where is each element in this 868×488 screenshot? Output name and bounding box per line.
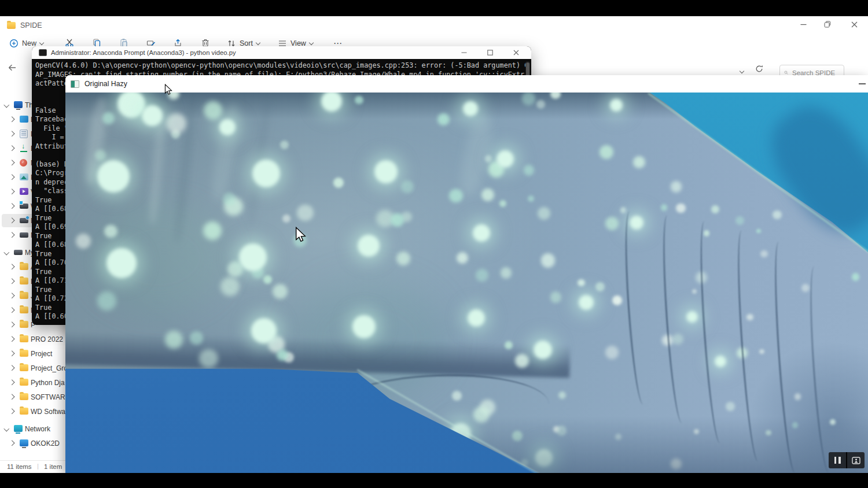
address-dropdown-chevron-icon[interactable] [740, 69, 744, 73]
folder-icon [20, 278, 28, 284]
sidebar-item-label: PRO 2022 [31, 335, 63, 343]
folder-icon [7, 22, 16, 29]
folder-icon [20, 292, 28, 299]
terminal-maximize-button[interactable] [481, 46, 499, 59]
image-window-icon [71, 80, 79, 88]
chevron-right-icon[interactable] [9, 409, 14, 414]
mouse-cursor [295, 227, 306, 243]
chevron-down-icon [309, 40, 314, 45]
chevron-right-icon[interactable] [9, 264, 14, 269]
pictures-icon [20, 173, 28, 180]
chevron-down-icon [256, 40, 260, 45]
refresh-icon [755, 64, 764, 73]
video-overlay-controls [829, 452, 865, 468]
chevron-right-icon[interactable] [9, 117, 14, 122]
desktop-icon [20, 116, 28, 123]
folder-icon [20, 350, 28, 357]
item-count: 11 items [7, 463, 32, 470]
console-icon [39, 49, 47, 56]
screen: SPIDE New [0, 0, 868, 488]
status-divider: | [37, 463, 39, 469]
chevron-right-icon[interactable] [9, 175, 14, 180]
terminal-close-button[interactable] [507, 46, 525, 59]
sidebar-item-label: WD Softwa [31, 408, 65, 416]
folder-icon [20, 408, 28, 415]
back-arrow-icon [7, 63, 17, 72]
terminal-minimize-button[interactable] [455, 46, 473, 59]
chevron-right-icon[interactable] [9, 204, 14, 209]
sidebar-item-label: SOFTWARE [31, 393, 70, 401]
pc-icon [20, 439, 28, 446]
chevron-right-icon[interactable] [9, 441, 14, 446]
chevron-right-icon[interactable] [9, 293, 14, 298]
plus-circle-icon [9, 39, 19, 48]
folder-icon [20, 263, 28, 270]
chevron-down-icon[interactable] [4, 426, 9, 431]
sidebar-item-label: Network [25, 425, 50, 433]
chevron-right-icon[interactable] [9, 160, 14, 165]
explorer-tab-spide[interactable]: SPIDE [7, 19, 42, 32]
mouse-cursor [164, 84, 172, 95]
sidebar-item-label: Project [31, 350, 52, 358]
sidebar-item-label: Python Dja [31, 379, 65, 387]
chevron-right-icon[interactable] [9, 308, 14, 313]
refresh-button[interactable] [755, 64, 764, 73]
folder-icon [20, 321, 28, 328]
chevron-right-icon[interactable] [9, 279, 14, 284]
documents-icon [20, 130, 28, 138]
disk-usb-icon [20, 218, 28, 223]
folder-icon [20, 364, 28, 371]
chevron-down-icon[interactable] [4, 102, 9, 108]
close-button[interactable] [846, 17, 862, 31]
chevron-right-icon[interactable] [9, 394, 14, 400]
folder-icon [20, 335, 28, 342]
chevron-right-icon[interactable] [9, 322, 14, 327]
disk-os-icon [20, 204, 28, 209]
chevron-right-icon[interactable] [9, 365, 14, 371]
folder-icon [20, 306, 28, 313]
whale-shark-video-frame [65, 93, 868, 473]
folder-icon [20, 379, 28, 386]
chevron-right-icon[interactable] [9, 337, 14, 342]
downloads-icon [20, 145, 28, 151]
disk-icon [14, 250, 23, 255]
chevron-right-icon[interactable] [9, 351, 14, 356]
chevron-right-icon[interactable] [9, 189, 14, 194]
pause-button[interactable] [829, 452, 846, 468]
chevron-down-icon[interactable] [4, 250, 9, 255]
chevron-right-icon[interactable] [9, 131, 14, 136]
folder-icon [20, 393, 28, 400]
cv-window-title: Original Hazy [84, 80, 127, 88]
sidebar-item-label: OKOK2D [31, 439, 60, 448]
back-button[interactable] [7, 63, 17, 72]
minimize-button[interactable] [795, 17, 811, 31]
terminal-title: Administrator: Anaconda Prompt (Anaconda… [51, 49, 236, 56]
letterbox-bottom [0, 473, 868, 488]
opencv-original-hazy-window: Original Hazy [65, 75, 868, 473]
restore-button[interactable] [819, 17, 836, 31]
tab-label: SPIDE [20, 21, 42, 29]
cv-minimize-icon[interactable] [859, 83, 866, 84]
sidebar-item-label: Project_Gro [31, 364, 68, 372]
chevron-right-icon[interactable] [9, 232, 14, 238]
pause-icon [834, 457, 837, 464]
chevron-right-icon[interactable] [9, 146, 14, 151]
picture-icon [852, 457, 860, 464]
network-icon [14, 425, 23, 432]
cv-title-bar[interactable]: Original Hazy [65, 75, 868, 93]
music-icon [20, 159, 27, 167]
videos-icon [20, 188, 28, 195]
this-pc-icon [14, 101, 23, 108]
chevron-right-icon[interactable] [9, 380, 14, 385]
disk-icon [20, 232, 28, 238]
selected-count: 1 item [44, 463, 62, 470]
letterbox-top [0, 0, 868, 16]
picture-in-picture-button[interactable] [846, 452, 865, 468]
chevron-down-icon [39, 40, 44, 45]
